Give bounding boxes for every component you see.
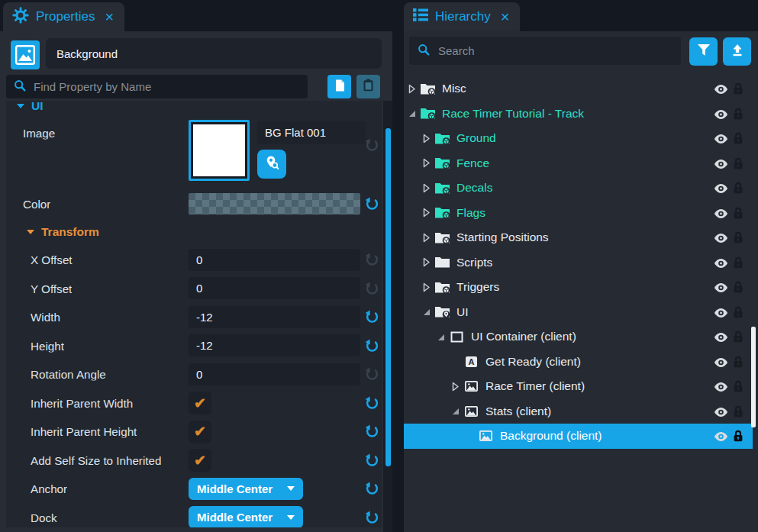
expand-arrow-icon[interactable]	[449, 381, 462, 392]
tree-item-background-client[interactable]: Background (client)	[404, 424, 753, 449]
lock-icon[interactable]	[733, 356, 743, 368]
x-offset-input[interactable]	[189, 249, 360, 271]
width-input[interactable]	[189, 306, 360, 328]
tree-item-race-timer-tutorial-track[interactable]: Race Timer Tutorial - Track	[404, 102, 753, 127]
publish-button[interactable]	[723, 37, 751, 66]
property-row-dock: DockMiddle Center	[6, 503, 382, 527]
visibility-eye-icon[interactable]	[714, 406, 728, 416]
expand-arrow-icon[interactable]	[420, 157, 433, 169]
lock-icon[interactable]	[733, 108, 743, 120]
reset-button[interactable]	[365, 196, 379, 211]
lock-icon[interactable]	[733, 182, 743, 194]
tree-item-get-ready-client[interactable]: AGet Ready (client)	[404, 350, 753, 375]
collapse-arrow-icon[interactable]	[434, 331, 447, 343]
dock-dropdown[interactable]: Middle Center	[189, 506, 303, 527]
tree-item-stats-client[interactable]: Stats (client)	[404, 399, 753, 424]
tree-item-starting-positions[interactable]: Starting Positions	[404, 225, 753, 250]
visibility-eye-icon[interactable]	[714, 183, 728, 193]
visibility-eye-icon[interactable]	[714, 84, 728, 94]
hierarchy-search-field[interactable]	[409, 37, 681, 65]
lock-icon[interactable]	[733, 430, 743, 442]
hierarchy-tab[interactable]: Hierarchy ×	[404, 2, 520, 31]
lock-icon[interactable]	[733, 207, 743, 219]
lock-icon[interactable]	[733, 231, 743, 243]
tree-item-decals[interactable]: Decals	[404, 176, 753, 201]
collapse-arrow-icon[interactable]	[420, 306, 433, 318]
visibility-eye-icon[interactable]	[714, 431, 728, 441]
inherit-parent-width-checkbox[interactable]: ✔	[189, 392, 211, 414]
lock-icon[interactable]	[733, 306, 743, 318]
reset-button[interactable]	[365, 310, 379, 324]
section-header-transform[interactable]: Transform	[6, 218, 382, 246]
visibility-eye-icon[interactable]	[714, 158, 728, 168]
add-self-size-to-inherited-checkbox[interactable]: ✔	[189, 449, 211, 472]
section-header-ui[interactable]: UI	[6, 101, 382, 116]
expand-arrow-icon[interactable]	[420, 282, 433, 293]
hierarchy-scrollbar-thumb[interactable]	[751, 327, 756, 427]
folder-cube-icon	[433, 156, 451, 169]
tree-item-scripts[interactable]: Scripts	[404, 250, 753, 276]
reset-button[interactable]	[365, 338, 379, 353]
visibility-eye-icon[interactable]	[714, 382, 728, 392]
tree-item-race-timer-client[interactable]: Race Timer (client)	[404, 374, 753, 399]
collapse-arrow-icon[interactable]	[405, 108, 418, 119]
lock-icon[interactable]	[733, 405, 743, 418]
tree-item-misc[interactable]: Misc	[404, 76, 753, 102]
image-asset-thumbnail[interactable]	[189, 120, 250, 181]
lock-icon[interactable]	[733, 281, 743, 293]
visibility-eye-icon[interactable]	[714, 282, 728, 292]
visibility-eye-icon[interactable]	[714, 257, 728, 267]
color-swatch[interactable]	[189, 193, 360, 214]
expand-arrow-icon[interactable]	[420, 232, 433, 243]
property-row-inherit-parent-width: Inherit Parent Width✔	[6, 389, 382, 418]
tree-item-flags[interactable]: Flags	[404, 201, 753, 226]
find-asset-button[interactable]	[257, 150, 286, 179]
expand-arrow-icon[interactable]	[420, 207, 433, 218]
reset-button[interactable]	[365, 395, 379, 410]
visibility-eye-icon[interactable]	[714, 233, 728, 243]
lock-icon[interactable]	[733, 256, 743, 269]
filter-button[interactable]	[689, 37, 718, 66]
y-offset-input[interactable]	[189, 277, 360, 299]
inherit-parent-height-checkbox[interactable]: ✔	[189, 421, 211, 443]
copy-properties-button[interactable]	[327, 75, 351, 98]
properties-tab[interactable]: Properties ×	[3, 2, 124, 31]
expand-arrow-icon[interactable]	[405, 83, 418, 95]
expand-arrow-icon[interactable]	[420, 256, 433, 268]
expand-arrow-icon[interactable]	[420, 182, 433, 194]
expand-arrow-icon[interactable]	[420, 133, 433, 144]
visibility-eye-icon[interactable]	[714, 332, 728, 342]
visibility-eye-icon[interactable]	[714, 134, 728, 143]
reset-button[interactable]	[365, 424, 379, 439]
anchor-dropdown[interactable]: Middle Center	[189, 478, 303, 500]
paste-properties-button[interactable]	[356, 75, 380, 98]
reset-button[interactable]	[365, 453, 379, 467]
lock-icon[interactable]	[733, 330, 743, 343]
visibility-eye-icon[interactable]	[714, 356, 728, 366]
lock-icon[interactable]	[733, 132, 743, 144]
find-property-input[interactable]	[32, 79, 300, 94]
properties-scrollbar-thumb[interactable]	[385, 128, 391, 466]
lock-icon[interactable]	[733, 157, 743, 169]
tree-item-ground[interactable]: Ground	[404, 126, 753, 151]
lock-icon[interactable]	[733, 380, 743, 392]
reset-button[interactable]	[365, 510, 379, 524]
visibility-eye-icon[interactable]	[714, 108, 728, 118]
tree-item-fence[interactable]: Fence	[404, 151, 753, 176]
tree-item-triggers[interactable]: Triggers	[404, 275, 753, 300]
close-icon[interactable]: ×	[105, 9, 114, 24]
rotation-angle-input[interactable]	[189, 363, 360, 385]
object-name-input[interactable]	[46, 38, 382, 69]
close-icon[interactable]: ×	[501, 9, 510, 24]
reset-button[interactable]	[365, 482, 379, 496]
lock-icon[interactable]	[733, 82, 743, 95]
visibility-eye-icon[interactable]	[714, 208, 728, 218]
hierarchy-search-input[interactable]	[437, 44, 673, 58]
find-property-field[interactable]	[6, 75, 308, 98]
tree-item-ui-container-client[interactable]: UI Container (client)	[404, 324, 753, 350]
collapse-arrow-icon[interactable]	[449, 405, 462, 417]
visibility-eye-icon[interactable]	[714, 307, 728, 317]
height-input[interactable]	[189, 334, 360, 356]
image-asset-name[interactable]: BG Flat 001	[257, 121, 366, 144]
tree-item-ui[interactable]: UI	[404, 300, 753, 325]
